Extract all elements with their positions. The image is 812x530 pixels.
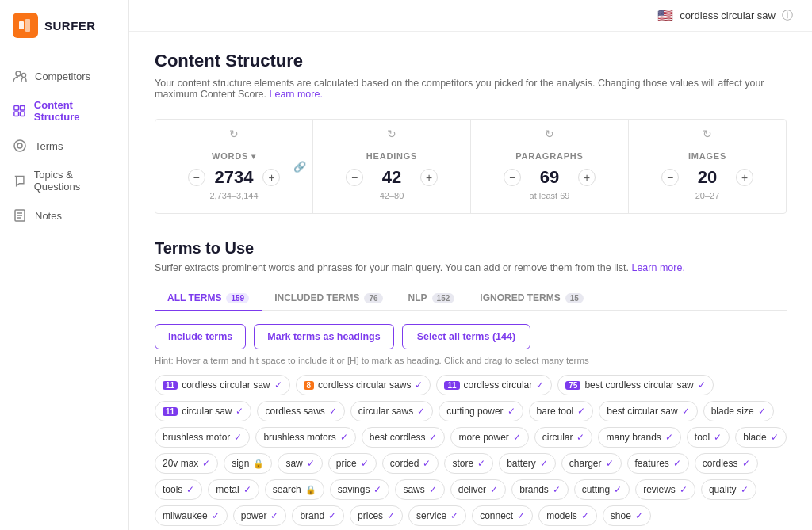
- tab-included-terms[interactable]: INCLUDED TERMS 76: [262, 286, 395, 311]
- term-check-icon: ✓: [517, 510, 525, 521]
- term-check-icon: ✓: [606, 458, 614, 469]
- term-tag[interactable]: 11circular saw✓: [155, 401, 251, 421]
- terms-grid: 11cordless circular saw✓8cordless circul…: [155, 375, 787, 526]
- sidebar-item-terms[interactable]: Terms: [0, 131, 128, 161]
- tab-nlp-label: NLP: [408, 292, 427, 303]
- words-refresh-icon[interactable]: ↻: [229, 128, 239, 140]
- images-increase-btn[interactable]: +: [736, 169, 753, 186]
- term-tag[interactable]: 11cordless circular saw✓: [155, 375, 290, 395]
- term-tag[interactable]: circular✓: [534, 427, 593, 448]
- headings-refresh-icon[interactable]: ↻: [387, 128, 396, 140]
- term-tag[interactable]: milwaukee✓: [155, 505, 228, 526]
- term-tag[interactable]: savings✓: [330, 479, 390, 500]
- term-tag[interactable]: tools✓: [155, 479, 202, 500]
- term-tag[interactable]: store✓: [444, 453, 493, 474]
- words-value: 2734: [215, 167, 254, 188]
- term-tag[interactable]: many brands✓: [598, 427, 680, 448]
- term-label: brand: [300, 510, 324, 521]
- content-structure-label: Content Structure: [34, 99, 116, 123]
- tab-all-terms-label: ALL TERMS: [167, 292, 221, 303]
- term-tag[interactable]: best circular saw✓: [599, 401, 697, 421]
- term-tag[interactable]: corded✓: [382, 453, 439, 474]
- term-tag[interactable]: more power✓: [450, 427, 528, 448]
- term-tag[interactable]: brushless motors✓: [255, 427, 355, 448]
- term-tag[interactable]: models✓: [538, 505, 597, 526]
- term-tag[interactable]: features✓: [627, 453, 689, 474]
- term-label: many brands: [606, 432, 661, 443]
- term-tag[interactable]: search🔒: [265, 479, 324, 500]
- tab-ignored-terms[interactable]: IGNORED TERMS 15: [467, 286, 596, 311]
- terms-learn-more[interactable]: Learn more.: [631, 262, 684, 273]
- term-tag[interactable]: cordless saws✓: [257, 401, 344, 421]
- term-tag[interactable]: blade size✓: [703, 401, 774, 421]
- page-keyword-title: cordless circular saw: [680, 10, 776, 21]
- select-all-terms-button[interactable]: Select all terms (144): [402, 324, 530, 349]
- term-tag[interactable]: brand✓: [292, 505, 344, 526]
- term-tag[interactable]: brushless motor✓: [155, 427, 250, 448]
- term-tag[interactable]: prices✓: [350, 505, 403, 526]
- competitors-label: Competitors: [35, 71, 90, 82]
- term-tag[interactable]: quality✓: [701, 479, 756, 500]
- term-check-icon: ✓: [698, 379, 706, 391]
- term-tag[interactable]: bare tool✓: [529, 401, 594, 421]
- term-tag[interactable]: price✓: [328, 453, 377, 474]
- headings-controls: − 42 +: [346, 167, 438, 188]
- paragraphs-increase-btn[interactable]: +: [578, 169, 596, 186]
- term-tag[interactable]: cutting✓: [574, 479, 630, 500]
- content-structure-learn-more[interactable]: Learn more.: [270, 89, 323, 100]
- info-icon[interactable]: ⓘ: [782, 9, 793, 23]
- sidebar-item-topics-questions[interactable]: Topics & Questions: [0, 161, 128, 200]
- term-check-icon: ✓: [329, 406, 337, 417]
- term-tag[interactable]: connect✓: [472, 505, 533, 526]
- term-tag[interactable]: cutting power✓: [439, 401, 523, 421]
- tab-nlp[interactable]: NLP 152: [396, 286, 468, 311]
- term-tag[interactable]: charger✓: [561, 453, 622, 474]
- term-tag[interactable]: service✓: [408, 505, 466, 526]
- images-decrease-btn[interactable]: −: [661, 169, 679, 186]
- term-label: brushless motors: [263, 432, 335, 443]
- term-tag[interactable]: deliver✓: [450, 479, 506, 500]
- sidebar-item-notes[interactable]: Notes: [0, 200, 128, 231]
- term-label: store: [452, 458, 473, 469]
- term-tag[interactable]: shoe✓: [603, 505, 651, 526]
- sidebar-item-content-structure[interactable]: Content Structure: [0, 91, 128, 131]
- term-check-icon: ✓: [429, 484, 437, 495]
- term-tag[interactable]: cordless✓: [695, 453, 758, 474]
- term-tag[interactable]: 20v max✓: [155, 453, 218, 474]
- term-label: cutting power: [446, 406, 503, 417]
- headings-increase-btn[interactable]: +: [420, 169, 438, 186]
- term-tag[interactable]: battery✓: [499, 453, 556, 474]
- term-tag[interactable]: best cordless✓: [362, 427, 446, 448]
- mark-headings-button[interactable]: Mark terms as headings: [254, 324, 393, 349]
- term-tag[interactable]: saws✓: [395, 479, 444, 500]
- sidebar-item-competitors[interactable]: Competitors: [0, 61, 128, 91]
- content-area: Content Structure Your content structure…: [129, 32, 812, 530]
- paragraphs-refresh-icon[interactable]: ↻: [545, 128, 554, 140]
- images-refresh-icon[interactable]: ↻: [703, 128, 712, 140]
- term-tag[interactable]: metal✓: [208, 479, 259, 500]
- images-controls: − 20 +: [661, 167, 753, 188]
- words-increase-btn[interactable]: +: [262, 169, 280, 186]
- term-tag[interactable]: sign🔒: [224, 453, 272, 474]
- term-tag[interactable]: 75best cordless circular saw✓: [557, 375, 714, 395]
- tab-all-terms[interactable]: ALL TERMS 159: [155, 286, 262, 311]
- term-tag[interactable]: reviews✓: [635, 479, 695, 500]
- words-decrease-btn[interactable]: −: [188, 169, 205, 186]
- term-tag[interactable]: saw✓: [278, 453, 322, 474]
- term-tag[interactable]: 11cordless circular✓: [436, 375, 552, 395]
- paragraphs-decrease-btn[interactable]: −: [504, 169, 521, 186]
- svg-point-3: [22, 74, 26, 78]
- term-tag[interactable]: power✓: [233, 505, 287, 526]
- headings-decrease-btn[interactable]: −: [346, 169, 363, 186]
- term-check-icon: ✓: [234, 432, 242, 443]
- term-tag[interactable]: blade✓: [735, 427, 786, 448]
- term-tag[interactable]: tool✓: [687, 427, 730, 448]
- term-label: cordless saws: [265, 406, 324, 417]
- content-structure-icon: [13, 104, 26, 118]
- words-dropdown-icon[interactable]: ▾: [251, 152, 256, 161]
- term-tag[interactable]: circular saws✓: [350, 401, 433, 421]
- term-tag[interactable]: 8cordless circular saws✓: [296, 375, 431, 395]
- term-tag[interactable]: brands✓: [511, 479, 569, 500]
- sidebar: SURFER Competitors Content Structure Ter…: [0, 0, 129, 530]
- include-terms-button[interactable]: Include terms: [155, 324, 246, 349]
